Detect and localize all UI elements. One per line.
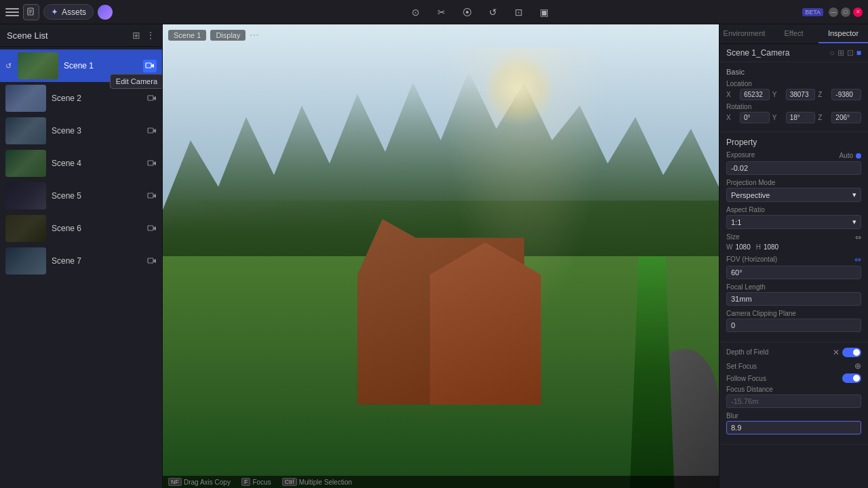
scene-thumb-5 <box>5 182 46 209</box>
fov-link-icon[interactable]: ⇔ <box>854 255 861 264</box>
dof-toggle[interactable] <box>842 348 861 357</box>
viewport-display-button[interactable]: Display <box>210 30 245 41</box>
scene-item-1[interactable]: ↺ Scene 1 Edit Camera <box>0 49 162 82</box>
refresh-icon: ↺ <box>5 62 12 70</box>
fov-value[interactable]: 60° <box>726 266 861 279</box>
tool-grid[interactable]: ▣ <box>537 5 552 20</box>
location-y-value[interactable]: 38073 <box>786 89 816 100</box>
viewport-bottom-bar: NF Drag Axis Copy F Focus Ctrl Multiple … <box>163 476 719 488</box>
camera-icon-5[interactable] <box>147 191 157 201</box>
assets-button[interactable]: ✦ Assets <box>43 4 94 20</box>
more-options-icon[interactable]: ⋮ <box>146 30 155 41</box>
viewport: Scene 1 Display ⋯ NF Drag Axis Copy F Fo… <box>163 24 719 488</box>
location-x-value[interactable]: 65232 <box>740 89 770 100</box>
exposure-auto: Auto <box>839 152 853 159</box>
camera-clipping-value[interactable]: 0 <box>726 319 861 332</box>
tool-box[interactable]: ⊡ <box>511 5 526 20</box>
svg-rect-7 <box>148 161 153 165</box>
menu-icon[interactable] <box>5 5 19 19</box>
camera-lock-icon[interactable]: ○ <box>830 48 835 58</box>
svg-rect-8 <box>148 193 153 198</box>
projection-mode-dropdown[interactable]: Perspective ▾ <box>726 188 861 202</box>
size-w-value: 1080 <box>735 243 750 251</box>
vp-house-2 <box>430 243 541 405</box>
camera-icon-3[interactable] <box>147 126 157 136</box>
scene-item-5[interactable]: Scene 5 <box>0 180 162 212</box>
basic-section-title: Basic <box>726 68 861 76</box>
tool-select[interactable]: ⊙ <box>408 5 423 20</box>
follow-focus-toggle[interactable] <box>842 373 861 383</box>
scene-name-7: Scene 7 <box>52 256 142 266</box>
basic-section: Basic Location X 65232 Y 38073 Z -9380 R… <box>719 62 868 132</box>
focal-length-value[interactable]: 31mm <box>726 292 861 306</box>
viewport-image <box>163 24 719 488</box>
camera-copy-icon[interactable]: ⊡ <box>847 48 854 58</box>
camera-icon-6[interactable] <box>147 224 157 234</box>
rotation-y-label: Y <box>772 114 783 121</box>
size-w-item: W 1080 <box>726 243 751 251</box>
projection-mode-label: Projection Mode <box>726 179 861 186</box>
minimize-button[interactable]: — <box>829 7 838 17</box>
location-z-value[interactable]: -9380 <box>831 89 861 100</box>
blur-value[interactable]: 8.9 <box>726 421 861 434</box>
dof-label: Depth of Field <box>726 348 768 356</box>
scene-item-3[interactable]: Scene 3 <box>0 115 162 147</box>
maximize-button[interactable]: □ <box>841 7 850 17</box>
add-scene-icon[interactable]: ⊞ <box>132 30 140 41</box>
focus-distance-value[interactable]: -15.76m <box>726 394 861 408</box>
size-row: Size ⇔ W 1080 H 1080 <box>726 233 861 251</box>
exposure-value[interactable]: -0.02 <box>726 161 861 175</box>
size-link-icon[interactable]: ⇔ <box>855 233 861 242</box>
key-ctrl: Ctrl <box>282 478 297 486</box>
property-section-title: Property <box>726 138 861 147</box>
projection-mode-row: Projection Mode Perspective ▾ <box>726 179 861 202</box>
camera-active-icon[interactable]: ■ <box>856 48 861 58</box>
scene-item-4[interactable]: Scene 4 <box>0 147 162 180</box>
property-section: Property Exposure Auto -0.02 Projection … <box>719 132 868 342</box>
viewport-more-icon[interactable]: ⋯ <box>250 30 259 41</box>
close-button[interactable]: ✕ <box>853 7 863 17</box>
rotation-y-value[interactable]: 18° <box>786 112 816 123</box>
aspect-ratio-dropdown[interactable]: 1:1 ▾ <box>726 215 861 229</box>
dof-x-icon[interactable]: ✕ <box>833 348 840 357</box>
topbar-right: BETA — □ ✕ <box>797 7 868 17</box>
chevron-down-icon: ▾ <box>852 190 856 199</box>
size-h-item: H 1080 <box>756 243 778 251</box>
set-focus-target-icon[interactable]: ⊕ <box>854 361 861 371</box>
scene-item-6[interactable]: Scene 6 <box>0 212 162 245</box>
inspector-tabs: Environment Effect Inspector <box>719 24 868 44</box>
scene-name-6: Scene 6 <box>52 224 142 233</box>
document-icon[interactable] <box>23 4 39 20</box>
camera-icon-2[interactable] <box>147 94 157 104</box>
aspect-ratio-label: Aspect Ratio <box>726 206 861 214</box>
size-w-label: W <box>726 243 732 251</box>
svg-rect-10 <box>148 258 153 263</box>
scene-item-2[interactable]: Scene 2 <box>0 82 162 115</box>
hint-drag-axis: Drag Axis Copy <box>184 479 231 486</box>
fov-label: FOV (Horizontal) <box>726 256 777 263</box>
tab-effect[interactable]: Effect <box>769 24 818 43</box>
camera-icon-7[interactable] <box>147 256 157 266</box>
camera-icon-4[interactable] <box>147 159 157 169</box>
vp-sun-glow <box>486 47 552 131</box>
svg-rect-5 <box>148 96 153 100</box>
topbar-tools: ⊙ ✂ ⦿ ↺ ⊡ ▣ <box>163 5 797 20</box>
rotation-z-value[interactable]: 206° <box>831 112 861 123</box>
set-focus-label: Set Focus <box>726 363 757 370</box>
vp-hint-3: Ctrl Multiple Selection <box>282 478 352 486</box>
set-focus-row: Set Focus ⊕ <box>726 361 861 371</box>
user-avatar[interactable] <box>98 5 113 20</box>
tab-environment[interactable]: Environment <box>719 24 769 43</box>
tool-circle[interactable]: ⦿ <box>460 5 475 20</box>
tab-inspector[interactable]: Inspector <box>818 24 868 43</box>
camera-title: Scene 1_Camera <box>726 48 789 58</box>
rotation-x-value[interactable]: 0° <box>740 112 770 123</box>
tool-rotate[interactable]: ↺ <box>486 5 500 20</box>
key-nf: NF <box>168 478 182 486</box>
scene-item-7[interactable]: Scene 7 <box>0 245 162 277</box>
camera-link-icon[interactable]: ⊞ <box>837 48 844 58</box>
dof-icons: ✕ <box>833 348 861 357</box>
camera-button-1[interactable] <box>143 60 157 73</box>
topbar-left: ✦ Assets <box>0 4 163 20</box>
tool-cut[interactable]: ✂ <box>434 5 449 20</box>
